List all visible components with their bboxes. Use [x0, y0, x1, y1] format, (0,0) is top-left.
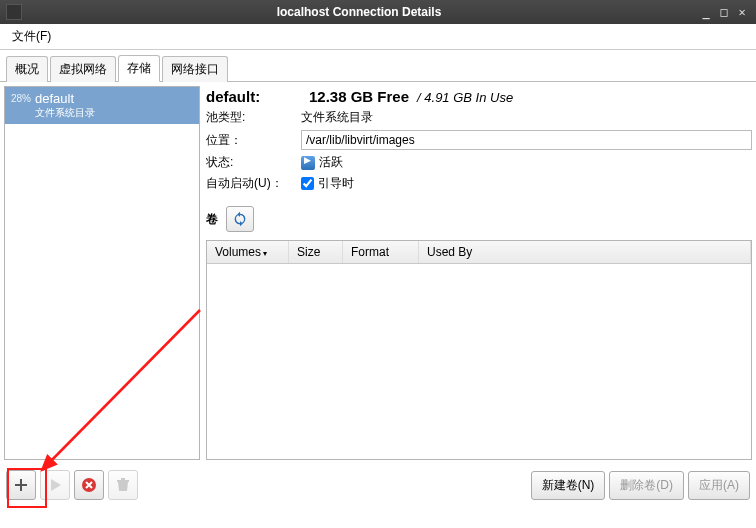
content-area: 28% default 文件系统目录 default: 12.38 GB Fre…	[0, 82, 756, 464]
pool-type-label: 池类型:	[206, 109, 301, 126]
tab-virtual-networks[interactable]: 虚拟网络	[50, 56, 116, 82]
column-format[interactable]: Format	[343, 241, 419, 263]
play-icon	[47, 477, 63, 493]
plus-icon	[13, 477, 29, 493]
pool-type-value: 文件系统目录	[301, 109, 373, 126]
detail-used-space: / 4.91 GB In Use	[417, 90, 513, 105]
location-input[interactable]	[301, 130, 752, 150]
column-used-by[interactable]: Used By	[419, 241, 751, 263]
new-volume-button[interactable]: 新建卷(N)	[531, 471, 606, 500]
trash-icon	[115, 477, 131, 493]
chevron-down-icon: ▾	[263, 249, 267, 258]
apply-button[interactable]: 应用(A)	[688, 471, 750, 500]
pool-details-panel: default: 12.38 GB Free / 4.91 GB In Use …	[206, 86, 752, 460]
volumes-table: Volumes▾ Size Format Used By	[206, 240, 752, 460]
delete-volume-button[interactable]: 删除卷(D)	[609, 471, 684, 500]
detail-name-label: default:	[206, 88, 301, 105]
volumes-table-header: Volumes▾ Size Format Used By	[207, 241, 751, 264]
start-pool-button[interactable]	[40, 470, 70, 500]
autostart-label: 自动启动(U)：	[206, 175, 301, 192]
state-value: 活跃	[319, 154, 343, 171]
stop-pool-button[interactable]	[74, 470, 104, 500]
column-size[interactable]: Size	[289, 241, 343, 263]
tab-storage[interactable]: 存储	[118, 55, 160, 82]
refresh-icon	[232, 211, 248, 227]
close-button[interactable]: ✕	[734, 5, 750, 19]
pool-usage-percent: 28%	[11, 93, 31, 104]
tab-overview[interactable]: 概况	[6, 56, 48, 82]
menu-file[interactable]: 文件(F)	[6, 25, 57, 48]
stop-icon	[81, 477, 97, 493]
delete-pool-button[interactable]	[108, 470, 138, 500]
window-titlebar: localhost Connection Details _ □ ✕	[0, 0, 756, 24]
bottom-toolbar: 新建卷(N) 删除卷(D) 应用(A)	[0, 464, 756, 506]
autostart-checkbox[interactable]	[301, 177, 314, 190]
detail-free-space: 12.38 GB Free	[309, 88, 409, 105]
tab-network-interfaces[interactable]: 网络接口	[162, 56, 228, 82]
column-volumes[interactable]: Volumes▾	[207, 241, 289, 263]
maximize-button[interactable]: □	[716, 5, 732, 19]
app-icon	[6, 4, 22, 20]
menu-bar: 文件(F)	[0, 24, 756, 50]
state-label: 状态:	[206, 154, 301, 171]
play-icon	[301, 156, 315, 170]
refresh-button[interactable]	[226, 206, 254, 232]
volumes-table-body[interactable]	[207, 264, 751, 459]
pool-item-default[interactable]: 28% default 文件系统目录	[5, 87, 199, 124]
pool-name: default	[35, 91, 95, 106]
pool-type: 文件系统目录	[35, 106, 95, 120]
minimize-button[interactable]: _	[698, 5, 714, 19]
window-title: localhost Connection Details	[22, 5, 696, 19]
storage-pool-list[interactable]: 28% default 文件系统目录	[4, 86, 200, 460]
tab-bar: 概况 虚拟网络 存储 网络接口	[0, 50, 756, 82]
autostart-value: 引导时	[318, 175, 354, 192]
volumes-label: 卷	[206, 211, 226, 228]
location-label: 位置：	[206, 132, 301, 149]
add-pool-button[interactable]	[6, 470, 36, 500]
